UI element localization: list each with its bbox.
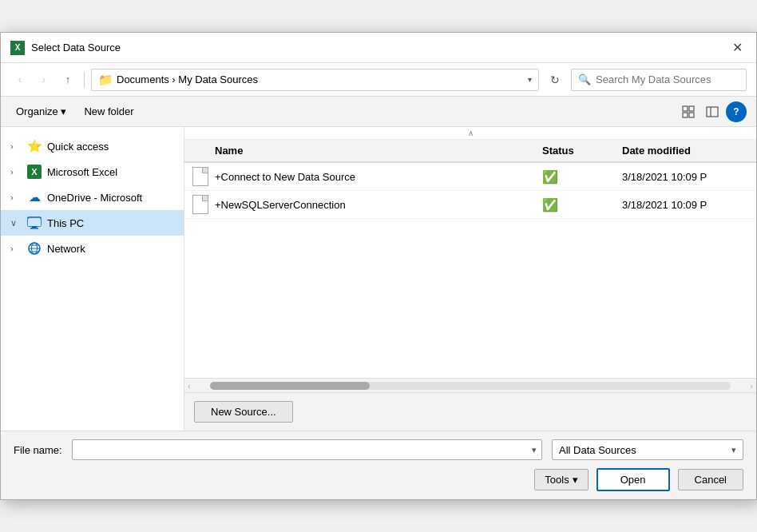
datasource-label: All Data Sources [559, 444, 636, 456]
file-name-2: +NewSQLServerConnection [215, 199, 542, 211]
forward-button[interactable]: › [34, 70, 54, 89]
this-pc-icon [26, 215, 42, 231]
toolbar: Organize ▾ New folder ? [1, 97, 756, 127]
expand-icon-excel: › [10, 167, 22, 177]
title-bar-left: X Select Data Source [10, 41, 121, 55]
svg-rect-9 [28, 219, 41, 226]
scroll-track [210, 382, 731, 390]
scroll-thumb[interactable] [210, 382, 370, 390]
file-status-1: ✅ [542, 169, 622, 185]
new-folder-button[interactable]: New folder [78, 102, 139, 121]
new-source-button[interactable]: New Source... [194, 401, 293, 423]
svg-rect-11 [30, 228, 38, 229]
back-button[interactable]: ‹ [10, 70, 30, 89]
excel-label: Microsoft Excel [47, 166, 117, 178]
sort-indicator: ∧ [184, 127, 756, 140]
expand-icon-this-pc: ∨ [10, 218, 22, 228]
view-toggle-button[interactable] [678, 101, 699, 122]
main-content: › ⭐ Quick access › X Microsoft Excel › ☁… [1, 127, 756, 431]
svg-rect-4 [707, 107, 718, 117]
breadcrumb-bar[interactable]: 📁 Documents › My Data Sources ▾ [91, 69, 539, 91]
dialog-title: Select Data Source [31, 42, 121, 54]
open-button[interactable]: Open [596, 468, 670, 491]
filename-label: File name: [14, 444, 62, 456]
table-row[interactable]: +NewSQLServerConnection ✅ 3/18/2021 10:0… [184, 191, 756, 219]
sidebar: › ⭐ Quick access › X Microsoft Excel › ☁… [1, 127, 184, 431]
datasource-select[interactable]: All Data Sources ▾ [552, 439, 743, 460]
filename-row: File name: ▾ All Data Sources ▾ [14, 439, 743, 460]
expand-icon-onedrive: › [10, 193, 22, 202]
excel-sidebar-icon: X [26, 164, 42, 180]
sidebar-item-network[interactable]: › Network [1, 236, 184, 261]
actions-row: Tools ▾ Open Cancel [14, 468, 743, 491]
svg-rect-10 [32, 226, 37, 228]
svg-rect-1 [689, 106, 694, 111]
table-row[interactable]: +Connect to New Data Source ✅ 3/18/2021 … [184, 163, 756, 191]
search-icon: 🔍 [578, 73, 591, 85]
svg-text:X: X [31, 167, 38, 177]
nav-bar: ‹ › ↑ 📁 Documents › My Data Sources ▾ ↻ … [1, 63, 756, 97]
filename-input-wrap: ▾ [72, 439, 542, 460]
network-icon [26, 240, 42, 256]
horizontal-scrollbar[interactable]: ‹ › [184, 378, 756, 392]
file-icon-1 [191, 167, 210, 186]
pane-button[interactable] [702, 101, 723, 122]
bottom-bar: File name: ▾ All Data Sources ▾ Tools ▾ … [1, 431, 756, 499]
expand-icon-network: › [10, 244, 22, 253]
quick-access-label: Quick access [47, 141, 109, 153]
sidebar-item-this-pc[interactable]: ∨ This PC [1, 210, 184, 236]
cancel-button[interactable]: Cancel [678, 469, 743, 490]
search-box: 🔍 [571, 69, 747, 91]
sidebar-item-microsoft-excel[interactable]: › X Microsoft Excel [1, 159, 184, 185]
this-pc-label: This PC [47, 217, 84, 229]
scroll-right-icon[interactable]: › [747, 381, 756, 391]
column-status[interactable]: Status [542, 145, 622, 157]
excel-icon: X [10, 41, 25, 55]
nav-separator [84, 72, 85, 88]
folder-icon: 📁 [98, 73, 113, 87]
scroll-left-icon[interactable]: ‹ [184, 381, 194, 391]
quick-access-icon: ⭐ [26, 138, 42, 154]
filename-dropdown-icon[interactable]: ▾ [532, 445, 537, 455]
toolbar-right: ? [678, 101, 747, 122]
sidebar-item-quick-access[interactable]: › ⭐ Quick access [1, 133, 184, 159]
svg-rect-0 [683, 106, 688, 111]
column-name[interactable]: Name [215, 145, 542, 157]
up-button[interactable]: ↑ [58, 70, 77, 89]
organize-button[interactable]: Organize ▾ [10, 102, 72, 121]
onedrive-label: OneDrive - Microsoft [47, 192, 142, 204]
file-status-2: ✅ [542, 197, 622, 212]
new-source-area: New Source... [184, 392, 756, 431]
onedrive-icon: ☁ [26, 189, 42, 205]
file-area: ∧ Name Status Date modified +Connect to … [184, 127, 756, 431]
sidebar-item-onedrive[interactable]: › ☁ OneDrive - Microsoft [1, 185, 184, 210]
search-input[interactable] [596, 73, 739, 85]
tools-arrow-icon: ▾ [573, 474, 578, 486]
file-list: +Connect to New Data Source ✅ 3/18/2021 … [184, 163, 756, 378]
title-bar: X Select Data Source ✕ [1, 33, 756, 63]
file-name-1: +Connect to New Data Source [215, 171, 542, 183]
expand-icon-quick-access: › [10, 141, 22, 151]
refresh-button[interactable]: ↻ [544, 69, 566, 91]
breadcrumb-text: Documents › My Data Sources [117, 73, 258, 85]
file-header: Name Status Date modified [184, 140, 756, 163]
filename-input[interactable] [77, 444, 532, 456]
file-icon-2 [191, 195, 210, 214]
tools-label: Tools [545, 474, 569, 486]
datasource-dropdown-icon: ▾ [731, 445, 736, 455]
svg-rect-3 [689, 113, 694, 117]
column-date-modified[interactable]: Date modified [622, 145, 750, 157]
select-data-source-dialog: X Select Data Source ✕ ‹ › ↑ 📁 Documents… [0, 32, 757, 500]
close-button[interactable]: ✕ [727, 38, 747, 58]
tools-button[interactable]: Tools ▾ [534, 469, 588, 490]
help-button[interactable]: ? [726, 101, 747, 122]
network-label: Network [47, 243, 85, 255]
svg-rect-2 [683, 113, 688, 117]
file-date-1: 3/18/2021 10:09 P [622, 171, 750, 183]
file-date-2: 3/18/2021 10:09 P [622, 199, 750, 211]
breadcrumb-dropdown-icon[interactable]: ▾ [528, 75, 532, 84]
view-icon [682, 105, 695, 118]
pane-icon [706, 106, 719, 117]
